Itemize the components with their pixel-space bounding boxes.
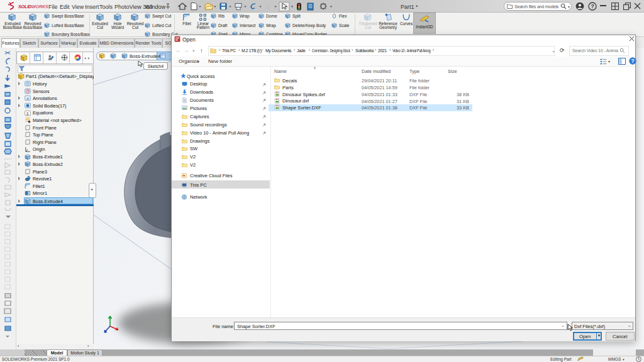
svg-text:?: ?: [631, 58, 634, 64]
svg-text:?: ?: [591, 3, 594, 9]
svg-text:Σ: Σ: [26, 111, 29, 115]
